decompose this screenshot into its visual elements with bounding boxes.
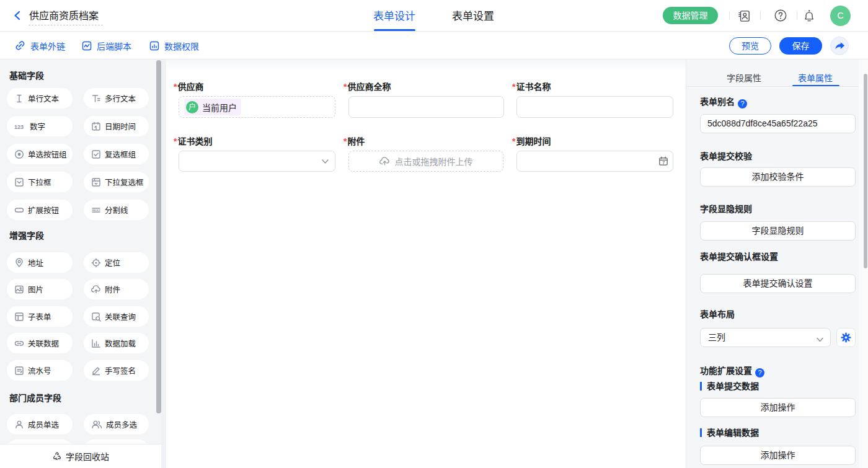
svg-text:123: 123 (14, 124, 24, 130)
svg-text:7: 7 (662, 160, 665, 166)
